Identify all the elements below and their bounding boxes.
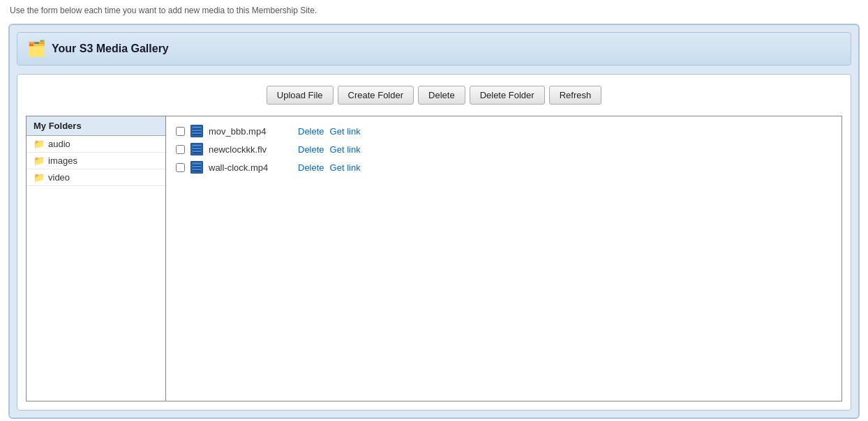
inner-panel: Upload File Create Folder Delete Delete …	[17, 74, 851, 411]
table-row: wall-clock.mp4 Delete Get link	[174, 158, 833, 176]
folder-label-audio: audio	[48, 139, 70, 149]
folder-audio[interactable]: 📁 audio	[27, 136, 165, 153]
file-checkbox-0[interactable]	[176, 127, 185, 136]
files-panel: mov_bbb.mp4 Delete Get link newclockkk.f…	[166, 116, 841, 401]
folders-panel: My Folders 📁 audio 📁 images 📁 video	[27, 116, 166, 401]
file-delete-1[interactable]: Delete	[298, 144, 324, 155]
content-area: My Folders 📁 audio 📁 images 📁 video	[26, 116, 842, 401]
outer-panel: 🗂️ Your S3 Media Gallery Upload File Cre…	[8, 24, 860, 419]
file-checkbox-1[interactable]	[176, 145, 185, 154]
file-delete-0[interactable]: Delete	[298, 126, 324, 137]
folder-icon-video: 📁	[33, 172, 45, 183]
file-icon-1	[190, 143, 203, 155]
upload-file-button[interactable]: Upload File	[267, 86, 334, 105]
top-message: Use the form below each time you want to…	[0, 0, 868, 21]
panel-title: Your S3 Media Gallery	[52, 43, 169, 55]
create-folder-button[interactable]: Create Folder	[338, 86, 414, 105]
top-message-text: Use the form below each time you want to…	[10, 6, 317, 15]
table-row: mov_bbb.mp4 Delete Get link	[174, 122, 833, 140]
folder-label-video: video	[48, 172, 70, 183]
file-name-1: newclockkk.flv	[209, 144, 292, 155]
file-getlink-0[interactable]: Get link	[330, 126, 361, 137]
file-delete-2[interactable]: Delete	[298, 162, 324, 173]
delete-button[interactable]: Delete	[418, 86, 465, 105]
file-checkbox-2[interactable]	[176, 163, 185, 172]
folder-video[interactable]: 📁 video	[27, 169, 165, 186]
gallery-icon: 🗂️	[27, 40, 46, 58]
folder-icon-audio: 📁	[33, 139, 45, 149]
table-row: newclockkk.flv Delete Get link	[174, 140, 833, 158]
refresh-button[interactable]: Refresh	[549, 86, 602, 105]
delete-folder-button[interactable]: Delete Folder	[470, 86, 545, 105]
folders-header: My Folders	[27, 116, 165, 136]
file-name-0: mov_bbb.mp4	[209, 126, 292, 137]
file-name-2: wall-clock.mp4	[209, 162, 292, 173]
toolbar: Upload File Create Folder Delete Delete …	[26, 86, 842, 105]
file-getlink-2[interactable]: Get link	[330, 162, 361, 173]
panel-header: 🗂️ Your S3 Media Gallery	[17, 32, 851, 66]
file-icon-2	[190, 161, 203, 174]
folder-images[interactable]: 📁 images	[27, 153, 165, 169]
file-getlink-1[interactable]: Get link	[330, 144, 361, 155]
folder-label-images: images	[48, 155, 77, 166]
folder-icon-images: 📁	[33, 155, 45, 166]
file-icon-0	[190, 125, 203, 137]
